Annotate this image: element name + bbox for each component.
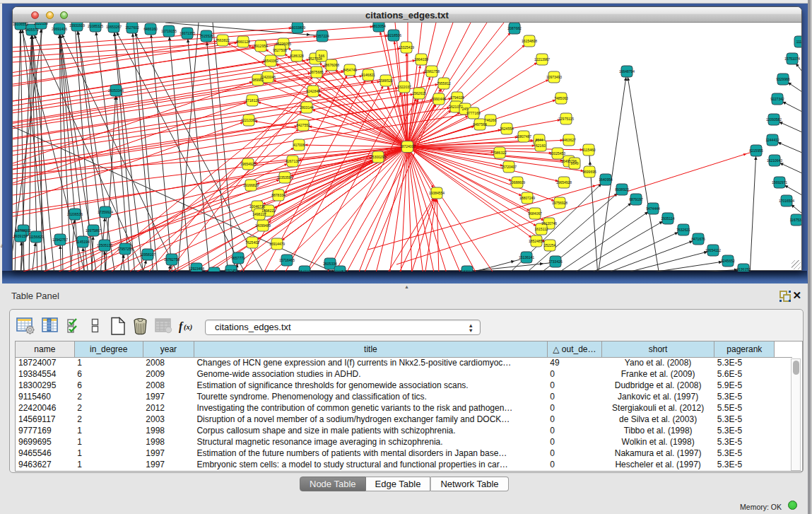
- svg-text:1864039: 1864039: [414, 57, 428, 62]
- svg-text:6794028: 6794028: [450, 95, 464, 100]
- svg-text:26053346: 26053346: [108, 88, 124, 93]
- svg-text:7357224: 7357224: [315, 34, 329, 38]
- svg-text:16782759: 16782759: [164, 257, 180, 262]
- svg-text:19106553: 19106553: [13, 23, 28, 26]
- svg-text:17359924: 17359924: [98, 210, 113, 214]
- svg-text:7986322: 7986322: [493, 151, 507, 155]
- svg-text:1145194: 1145194: [76, 240, 89, 244]
- svg-text:1588520: 1588520: [379, 78, 393, 83]
- svg-text:9657771: 9657771: [231, 256, 245, 260]
- svg-text:18807249: 18807249: [519, 196, 535, 200]
- svg-text:6990448: 6990448: [432, 97, 446, 101]
- svg-text:7625402: 7625402: [245, 240, 259, 245]
- svg-text:12788901: 12788901: [16, 228, 31, 233]
- svg-text:16671355: 16671355: [180, 31, 195, 35]
- svg-text:1615112: 1615112: [534, 227, 548, 231]
- svg-text:28676068: 28676068: [324, 63, 339, 67]
- svg-text:7632621: 7632621: [676, 228, 690, 232]
- svg-text:15931919: 15931919: [69, 23, 85, 28]
- svg-text:2803144: 2803144: [300, 105, 314, 110]
- svg-text:13325419: 13325419: [399, 45, 414, 49]
- svg-text:9684067: 9684067: [528, 211, 542, 216]
- svg-text:746266: 746266: [485, 118, 497, 122]
- svg-text:1117: 1117: [796, 40, 801, 44]
- svg-text:15226055: 15226055: [276, 42, 291, 46]
- svg-text:1092450: 1092450: [224, 269, 238, 271]
- svg-text:12353594: 12353594: [277, 175, 293, 180]
- svg-text:12923468: 12923468: [189, 267, 204, 271]
- svg-text:(x): (x): [184, 323, 192, 332]
- svg-text:11156829: 11156829: [28, 235, 44, 239]
- svg-text:7955812: 7955812: [437, 81, 451, 86]
- svg-text:8215955: 8215955: [749, 148, 763, 153]
- svg-text:16210643: 16210643: [767, 158, 782, 163]
- svg-text:1167533: 1167533: [789, 218, 801, 222]
- svg-text:12093582: 12093582: [766, 117, 782, 122]
- svg-text:8649: 8649: [570, 161, 578, 165]
- svg-text:18524851: 18524851: [529, 239, 544, 243]
- svg-text:8427552: 8427552: [296, 123, 310, 127]
- svg-text:15751074: 15751074: [784, 57, 800, 61]
- svg-text:f: f: [179, 320, 184, 333]
- svg-text:21085325: 21085325: [88, 24, 103, 28]
- svg-text:17016504: 17016504: [779, 199, 794, 203]
- svg-text:10975867: 10975867: [86, 228, 101, 233]
- svg-text:9329966: 9329966: [776, 77, 790, 81]
- svg-text:2087682: 2087682: [507, 26, 522, 30]
- svg-text:2935114: 2935114: [661, 216, 674, 221]
- svg-text:19654925: 19654925: [240, 162, 256, 166]
- svg-text:2122159: 2122159: [34, 23, 48, 25]
- svg-text:964110: 964110: [299, 269, 311, 271]
- svg-text:9245652: 9245652: [721, 259, 735, 263]
- svg-text:17957255: 17957255: [117, 247, 133, 251]
- svg-text:9242848: 9242848: [306, 89, 320, 93]
- svg-text:10961758: 10961758: [424, 69, 440, 74]
- svg-text:6497568: 6497568: [473, 122, 487, 127]
- svg-text:19218506: 19218506: [386, 33, 401, 37]
- svg-text:7515526: 7515526: [199, 34, 213, 38]
- svg-text:10046736: 10046736: [249, 204, 265, 209]
- svg-text:25300293: 25300293: [370, 155, 386, 159]
- svg-text:10654112: 10654112: [705, 248, 721, 252]
- svg-text:8938923: 8938923: [615, 187, 629, 192]
- svg-text:2605334: 2605334: [323, 262, 337, 266]
- svg-text:183004: 183004: [461, 269, 473, 271]
- svg-text:9146821: 9146821: [361, 73, 375, 77]
- svg-text:10973493: 10973493: [546, 75, 562, 79]
- svg-text:1527602: 1527602: [125, 25, 139, 30]
- svg-text:16033809: 16033809: [290, 25, 305, 30]
- svg-text:62160: 62160: [536, 144, 546, 148]
- svg-text:9115460: 9115460: [582, 148, 595, 152]
- svg-text:9463627: 9463627: [562, 138, 576, 142]
- svg-text:22420046: 22420046: [260, 75, 276, 79]
- svg-text:8644: 8644: [535, 138, 543, 142]
- svg-text:5322037: 5322037: [397, 85, 411, 89]
- svg-text:18724007: 18724007: [400, 144, 416, 148]
- svg-text:15692971: 15692971: [772, 180, 787, 185]
- svg-text:10958107: 10958107: [140, 252, 155, 257]
- svg-text:16154808: 16154808: [522, 39, 537, 43]
- svg-text:20206536: 20206536: [67, 212, 83, 216]
- svg-text:10807487: 10807487: [516, 134, 531, 139]
- svg-text:9136152: 9136152: [736, 267, 751, 271]
- svg-text:944502: 944502: [208, 271, 220, 271]
- svg-text:1621072: 1621072: [449, 105, 463, 109]
- svg-text:9939159: 9939159: [13, 234, 28, 238]
- svg-text:6466160: 6466160: [143, 27, 158, 31]
- svg-text:8813054: 8813054: [372, 24, 386, 28]
- svg-text:14099489: 14099489: [255, 223, 271, 228]
- svg-text:6879197: 6879197: [629, 197, 643, 201]
- svg-text:3624554: 3624554: [500, 127, 514, 131]
- svg-text:10719155: 10719155: [161, 29, 177, 33]
- svg-text:417006: 417006: [293, 143, 305, 147]
- svg-text:1562615: 1562615: [412, 91, 426, 95]
- svg-text:2718126: 2718126: [245, 98, 259, 103]
- svg-text:1405572: 1405572: [25, 28, 39, 32]
- svg-text:8186328: 8186328: [290, 54, 304, 58]
- svg-text:7485063: 7485063: [554, 96, 568, 100]
- svg-text:15716465: 15716465: [279, 258, 295, 262]
- svg-text:16648794: 16648794: [619, 69, 635, 74]
- svg-text:9777169: 9777169: [466, 111, 481, 115]
- svg-text:9474444: 9474444: [646, 206, 660, 211]
- svg-text:8454749: 8454749: [343, 68, 357, 72]
